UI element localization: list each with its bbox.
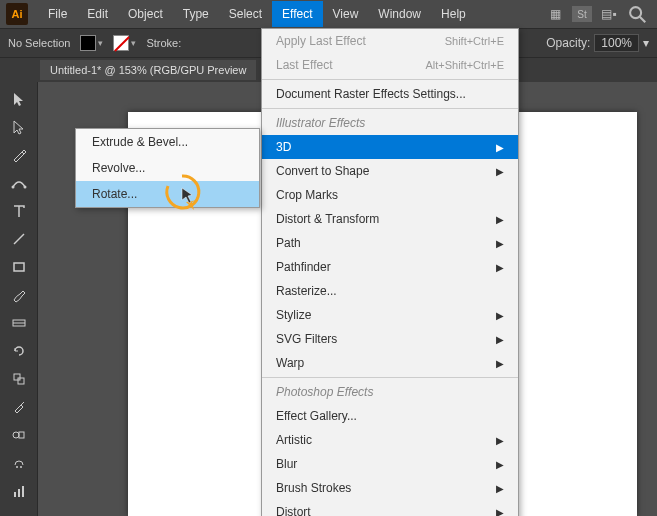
submenu-arrow-icon: ▶ <box>496 310 504 321</box>
submenu-3d-extrude-bevel-[interactable]: Extrude & Bevel... <box>76 129 259 155</box>
svg-line-4 <box>14 234 24 244</box>
svg-point-2 <box>11 186 14 189</box>
app-logo: Ai <box>6 3 28 25</box>
stroke-label: Stroke: <box>146 37 181 49</box>
effect-brush-strokes[interactable]: Brush Strokes▶ <box>262 476 518 500</box>
tool-rotate[interactable] <box>5 338 33 364</box>
tool-symbol[interactable] <box>5 450 33 476</box>
effect-convert-to-shape[interactable]: Convert to Shape▶ <box>262 159 518 183</box>
tool-type[interactable] <box>5 198 33 224</box>
stroke-swatch[interactable]: ▾ <box>113 35 136 51</box>
tool-gradient[interactable] <box>5 310 33 336</box>
illustrator-effects-header: Illustrator Effects <box>262 111 518 135</box>
svg-rect-8 <box>14 374 20 380</box>
tool-brush[interactable] <box>5 282 33 308</box>
submenu-arrow-icon: ▶ <box>496 459 504 470</box>
selection-status: No Selection <box>8 37 70 49</box>
submenu-arrow-icon: ▶ <box>496 358 504 369</box>
svg-rect-15 <box>18 489 20 497</box>
effect-pathfinder[interactable]: Pathfinder▶ <box>262 255 518 279</box>
menu-edit[interactable]: Edit <box>77 1 118 27</box>
effect-menu-dropdown: Apply Last EffectShift+Ctrl+E Last Effec… <box>261 28 519 516</box>
menu-doc-raster-settings[interactable]: Document Raster Effects Settings... <box>262 82 518 106</box>
search-icon[interactable] <box>626 3 648 25</box>
effect-3d[interactable]: 3D▶ <box>262 135 518 159</box>
document-tab[interactable]: Untitled-1* @ 153% (RGB/GPU Preview <box>40 60 256 80</box>
tool-column-graph[interactable] <box>5 478 33 504</box>
effect-rasterize-[interactable]: Rasterize... <box>262 279 518 303</box>
menu-window[interactable]: Window <box>368 1 431 27</box>
menu-effect[interactable]: Effect <box>272 1 322 27</box>
svg-point-3 <box>23 186 26 189</box>
workspace-icon[interactable]: ▤▪ <box>598 3 620 25</box>
submenu-arrow-icon: ▶ <box>496 214 504 225</box>
effect-effect-gallery-[interactable]: Effect Gallery... <box>262 404 518 428</box>
menu-view[interactable]: View <box>323 1 369 27</box>
effect-stylize[interactable]: Stylize▶ <box>262 303 518 327</box>
menu-select[interactable]: Select <box>219 1 272 27</box>
submenu-3d-rotate-[interactable]: Rotate... <box>76 181 259 207</box>
submenu-3d-revolve-[interactable]: Revolve... <box>76 155 259 181</box>
svg-point-0 <box>630 7 641 18</box>
tool-line[interactable] <box>5 226 33 252</box>
submenu-arrow-icon: ▶ <box>496 483 504 494</box>
menu-help[interactable]: Help <box>431 1 476 27</box>
effect-svg-filters[interactable]: SVG Filters▶ <box>262 327 518 351</box>
tool-selection[interactable] <box>5 86 33 112</box>
menu-object[interactable]: Object <box>118 1 173 27</box>
svg-rect-11 <box>19 432 24 438</box>
svg-point-12 <box>16 466 18 468</box>
fill-swatch[interactable]: ▾ <box>80 35 103 51</box>
effect-warp[interactable]: Warp▶ <box>262 351 518 375</box>
svg-rect-16 <box>22 486 24 497</box>
submenu-arrow-icon: ▶ <box>496 435 504 446</box>
effect-path[interactable]: Path▶ <box>262 231 518 255</box>
tool-curvature[interactable] <box>5 170 33 196</box>
submenu-arrow-icon: ▶ <box>496 262 504 273</box>
svg-point-13 <box>20 466 22 468</box>
chevron-down-icon[interactable]: ▾ <box>643 36 649 50</box>
tool-direct-select[interactable] <box>5 114 33 140</box>
submenu-arrow-icon: ▶ <box>496 238 504 249</box>
svg-rect-9 <box>18 378 24 384</box>
tools-panel <box>0 82 38 516</box>
menu-last-effect: Last EffectAlt+Shift+Ctrl+E <box>262 53 518 77</box>
svg-rect-5 <box>14 263 24 271</box>
photoshop-effects-header: Photoshop Effects <box>262 380 518 404</box>
svg-point-10 <box>13 432 19 438</box>
menu-apply-last-effect: Apply Last EffectShift+Ctrl+E <box>262 29 518 53</box>
submenu-arrow-icon: ▶ <box>496 334 504 345</box>
tool-eyedropper[interactable] <box>5 394 33 420</box>
svg-line-1 <box>640 17 646 23</box>
svg-rect-14 <box>14 492 16 497</box>
submenu-arrow-icon: ▶ <box>496 142 504 153</box>
menu-type[interactable]: Type <box>173 1 219 27</box>
tool-scale[interactable] <box>5 366 33 392</box>
tool-blend[interactable] <box>5 422 33 448</box>
opacity-label: Opacity: <box>546 36 590 50</box>
submenu-3d: Extrude & Bevel...Revolve...Rotate... <box>75 128 260 208</box>
effect-distort-transform[interactable]: Distort & Transform▶ <box>262 207 518 231</box>
stock-icon[interactable]: St <box>572 6 592 22</box>
opacity-value[interactable]: 100% <box>594 34 639 52</box>
submenu-arrow-icon: ▶ <box>496 507 504 517</box>
bridge-icon[interactable]: ▦ <box>544 3 566 25</box>
effect-crop-marks[interactable]: Crop Marks <box>262 183 518 207</box>
menu-file[interactable]: File <box>38 1 77 27</box>
effect-distort[interactable]: Distort▶ <box>262 500 518 516</box>
effect-blur[interactable]: Blur▶ <box>262 452 518 476</box>
menu-bar: Ai FileEditObjectTypeSelectEffectViewWin… <box>0 0 657 28</box>
tool-pen[interactable] <box>5 142 33 168</box>
submenu-arrow-icon: ▶ <box>496 166 504 177</box>
tool-rectangle[interactable] <box>5 254 33 280</box>
effect-artistic[interactable]: Artistic▶ <box>262 428 518 452</box>
